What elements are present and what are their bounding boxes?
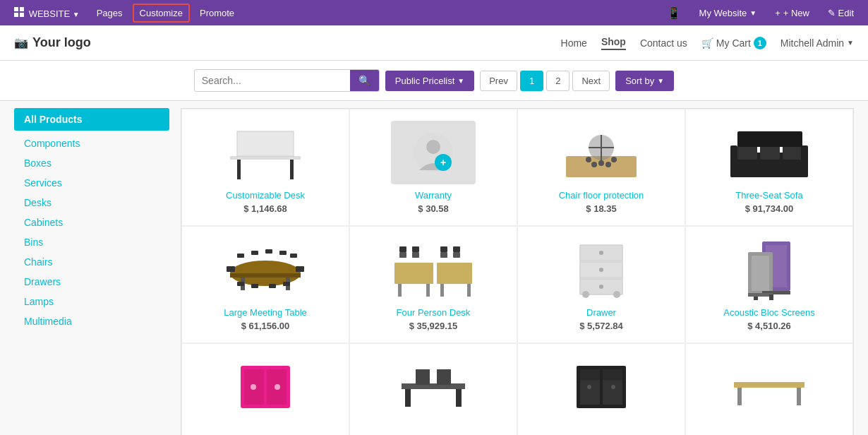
- next-button[interactable]: Next: [572, 71, 610, 91]
- sidebar-item-desks[interactable]: Desks: [14, 193, 169, 213]
- svg-rect-2: [14, 13, 18, 17]
- website-brand[interactable]: WEBSITE ▼: [7, 3, 87, 23]
- search-input[interactable]: [195, 71, 350, 90]
- page-1-button[interactable]: 1: [520, 71, 543, 91]
- svg-point-78: [275, 384, 280, 390]
- header-navbar: 📷 Your logo Home Shop Contact us 🛒 My Ca…: [0, 25, 868, 61]
- svg-rect-39: [237, 282, 244, 286]
- search-button[interactable]: 🔍: [350, 70, 379, 91]
- sidebar: All Products Components Boxes Services D…: [14, 108, 169, 435]
- home-link[interactable]: Home: [561, 37, 587, 49]
- svg-rect-25: [730, 145, 737, 177]
- svg-point-62: [599, 268, 603, 272]
- edit-button[interactable]: ✎ Edit: [821, 4, 861, 23]
- product-card[interactable]: Large Meeting Table $ 61,156.00: [181, 226, 349, 343]
- svg-rect-23: [760, 145, 780, 160]
- svg-rect-50: [412, 252, 419, 258]
- sidebar-item-services[interactable]: Services: [14, 173, 169, 193]
- svg-rect-52: [453, 252, 460, 258]
- product-card[interactable]: Customizable Desk $ 1,146.68: [181, 109, 349, 226]
- user-dropdown[interactable]: Mitchell Admin ▼: [780, 37, 854, 49]
- logo-area[interactable]: 📷 Your logo: [14, 35, 91, 50]
- pricelist-button[interactable]: Public Pricelist ▼: [385, 71, 474, 91]
- new-button[interactable]: + + New: [768, 4, 816, 23]
- sidebar-item-components[interactable]: Components: [14, 133, 169, 153]
- product-card[interactable]: Three-Seat Sofa $ 91,734.00: [685, 109, 853, 226]
- sortby-button[interactable]: Sort by ▼: [615, 71, 674, 91]
- shop-link[interactable]: Shop: [601, 36, 626, 50]
- product-card[interactable]: + Warranty $ 30.58: [349, 109, 517, 226]
- svg-rect-37: [279, 251, 287, 255]
- sidebar-item-lamps[interactable]: Lamps: [14, 292, 169, 311]
- product-image: [727, 355, 812, 419]
- svg-rect-51: [440, 252, 447, 258]
- dropdown-caret-icon: ▼: [847, 39, 854, 47]
- sidebar-item-cabinets[interactable]: Cabinets: [14, 213, 169, 232]
- product-image: [223, 238, 308, 302]
- sidebar-item-drawers[interactable]: Drawers: [14, 272, 169, 292]
- camera-icon: 📷: [14, 36, 28, 49]
- svg-point-18: [611, 157, 617, 162]
- svg-point-9: [426, 140, 440, 154]
- svg-point-77: [251, 384, 256, 390]
- product-name: Three-Seat Sofa: [735, 190, 802, 201]
- my-website-dropdown[interactable]: My Website ▼: [692, 4, 764, 23]
- svg-point-63: [599, 285, 603, 289]
- sidebar-item-chairs[interactable]: Chairs: [14, 252, 169, 272]
- svg-rect-73: [754, 297, 758, 300]
- product-price: $ 35,929.15: [409, 321, 458, 331]
- product-card[interactable]: Drawer $ 5,572.84: [517, 226, 685, 343]
- svg-point-20: [605, 162, 611, 167]
- svg-rect-22: [737, 145, 757, 160]
- all-products-item[interactable]: All Products: [14, 108, 169, 131]
- prev-button[interactable]: Prev: [480, 71, 517, 91]
- product-card[interactable]: Acoustic Bloc Screens $ 4,510.26: [685, 226, 853, 343]
- product-card[interactable]: [685, 343, 853, 435]
- header-right: Home Shop Contact us 🛒 My Cart 1 Mitchel…: [561, 36, 854, 50]
- svg-rect-33: [296, 266, 304, 272]
- product-image: [223, 121, 308, 184]
- product-card[interactable]: Four Person Desk $ 35,929.15: [349, 226, 517, 343]
- product-image: [559, 238, 644, 302]
- sidebar-item-boxes[interactable]: Boxes: [14, 153, 169, 173]
- product-price: $ 4,510.26: [747, 321, 790, 331]
- svg-rect-81: [456, 389, 462, 407]
- customize-nav-item[interactable]: Customize: [133, 4, 190, 23]
- sidebar-item-bins[interactable]: Bins: [14, 232, 169, 252]
- product-card[interactable]: [181, 343, 349, 435]
- product-image: [559, 121, 644, 184]
- svg-point-90: [611, 385, 615, 389]
- product-image: [727, 238, 812, 302]
- svg-rect-55: [440, 246, 447, 252]
- svg-rect-44: [437, 263, 472, 284]
- svg-rect-6: [237, 160, 241, 179]
- svg-rect-26: [801, 145, 808, 177]
- product-card[interactable]: [349, 343, 517, 435]
- mobile-icon[interactable]: 📱: [660, 2, 688, 24]
- svg-rect-69: [752, 256, 769, 291]
- page-2-button[interactable]: 2: [546, 71, 569, 91]
- contact-link[interactable]: Contact us: [640, 37, 687, 49]
- svg-rect-0: [14, 7, 18, 11]
- product-price: $ 30.58: [418, 203, 448, 214]
- promote-nav-item[interactable]: Promote: [193, 4, 241, 23]
- svg-point-19: [591, 162, 597, 167]
- svg-rect-34: [237, 254, 244, 258]
- svg-rect-82: [416, 369, 430, 385]
- svg-rect-83: [437, 369, 451, 385]
- sidebar-item-multimedia[interactable]: Multimedia: [14, 311, 169, 331]
- svg-rect-1: [20, 7, 24, 11]
- search-area: 🔍 Public Pricelist ▼ Prev 1 2 Next Sort …: [0, 61, 868, 101]
- cart-link[interactable]: 🛒 My Cart 1: [701, 37, 766, 49]
- product-card[interactable]: [517, 343, 685, 435]
- top-navbar: WEBSITE ▼ Pages Customize Promote 📱 My W…: [0, 0, 868, 25]
- svg-rect-40: [251, 284, 258, 288]
- pages-nav-item[interactable]: Pages: [90, 4, 130, 23]
- svg-rect-47: [440, 284, 444, 297]
- product-card[interactable]: Chair floor protection $ 18.35: [517, 109, 685, 226]
- product-name: Drawer: [586, 307, 616, 318]
- svg-rect-35: [251, 251, 258, 255]
- svg-point-89: [587, 385, 591, 389]
- product-price: $ 61,156.00: [241, 321, 290, 331]
- top-nav-right: 📱 My Website ▼ + + New ✎ Edit: [660, 2, 861, 24]
